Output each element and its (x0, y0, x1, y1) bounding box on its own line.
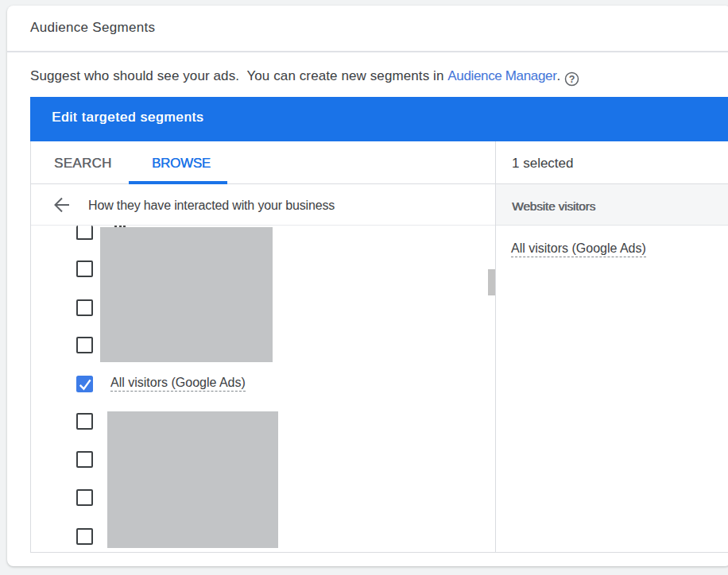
svg-text:?: ? (568, 74, 575, 85)
